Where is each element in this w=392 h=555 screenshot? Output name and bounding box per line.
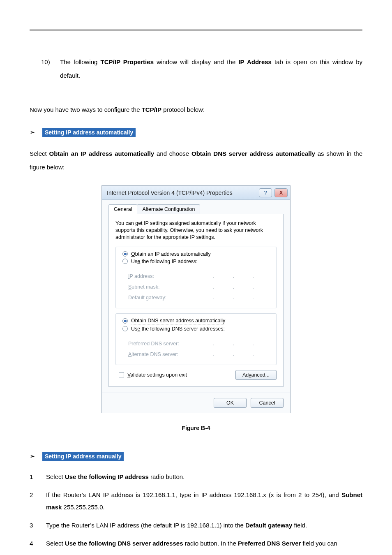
- heading-manual-row: ➢ Setting IP address manually: [30, 452, 362, 461]
- tab-alternate-configuration[interactable]: Alternate Configuration: [137, 204, 200, 214]
- step-text: If the Router's LAN IP address is 192.16…: [46, 489, 362, 513]
- label: Alternate DNS server:: [128, 352, 190, 357]
- step-number: 3: [30, 519, 37, 532]
- radio-icon: [122, 259, 128, 264]
- tab-general[interactable]: General: [108, 204, 137, 214]
- t1: Select: [46, 540, 63, 547]
- alternate-dns-input[interactable]: ...: [196, 350, 270, 359]
- field-preferred-dns: Preferred DNS server: ...: [128, 339, 270, 348]
- sel-pre: Select: [30, 150, 47, 157]
- radio-icon: [122, 251, 128, 257]
- b: Use the following IP address: [65, 473, 149, 480]
- step-text: Select Use the following IP address radi…: [46, 471, 362, 483]
- step-10-text: The following TCP/IP Properties window w…: [60, 55, 362, 82]
- radio-use-following-dns[interactable]: Use the following DNS server addresses:: [122, 326, 273, 332]
- t2: radio button.: [150, 473, 184, 480]
- radio-use-following-ip[interactable]: Use the following IP address:: [122, 259, 273, 264]
- field-subnet-mask: Subnet mask: ...: [128, 282, 270, 291]
- titlebar: Internet Protocol Version 4 (TCP/IPv4) P…: [102, 186, 290, 200]
- close-icon[interactable]: X: [274, 188, 288, 197]
- t1: If the Router's LAN IP address is 192.16…: [46, 491, 339, 498]
- heading-auto-row: ➢ Setting IP address automatically: [30, 128, 362, 137]
- dialog-tabs: General Alternate Configuration: [108, 204, 284, 214]
- sel-b1: Obtain an IP address automatically: [49, 150, 154, 157]
- t1: Us: [131, 326, 137, 332]
- radio-obtain-ip-auto[interactable]: Obtain an IP address automatically: [122, 251, 273, 257]
- manual-step-1: 1 Select Use the following IP address ra…: [30, 471, 362, 483]
- t1: Ad: [242, 372, 249, 378]
- help-icon[interactable]: ?: [259, 188, 272, 197]
- titlebar-buttons: ? X: [259, 188, 288, 197]
- tcpip-properties-dialog: Internet Protocol Version 4 (TCP/IPv4) P…: [101, 185, 291, 413]
- two-ways-bold: TCP/IP: [142, 106, 161, 113]
- txt: btain an IP address automatically: [135, 251, 211, 257]
- dns-group: Obtain DNS server address automatically …: [115, 313, 277, 333]
- manual-steps: 1 Select Use the following IP address ra…: [30, 471, 362, 550]
- t2: field.: [294, 522, 307, 529]
- tab-panel-general: You can get IP settings assigned automat…: [108, 214, 284, 387]
- sel-mid: and choose: [157, 150, 189, 157]
- step-number: 2: [30, 489, 37, 513]
- manual-step-2: 2 If the Router's LAN IP address is 192.…: [30, 489, 362, 513]
- radio-obtain-dns-auto[interactable]: Obtain DNS server address automatically: [122, 318, 273, 324]
- ul: D: [128, 295, 132, 301]
- t: lternate DNS server:: [131, 352, 178, 357]
- manual-step-4: 4 Select Use the following DNS server ad…: [30, 537, 362, 550]
- heading-auto: Setting IP address automatically: [42, 128, 136, 137]
- t2: radio button. In the: [185, 540, 236, 547]
- two-ways-paragraph: Now you have two ways to configure the T…: [30, 103, 362, 116]
- subnet-mask-input[interactable]: ...: [196, 282, 270, 291]
- radio-icon: [122, 326, 128, 331]
- step-10-number: 10): [41, 55, 56, 82]
- b: Default gateway: [245, 522, 292, 529]
- radio-label: Obtain an IP address automatically: [131, 251, 211, 257]
- field-default-gateway: Default gateway: ...: [128, 293, 270, 302]
- checkbox-icon: [119, 372, 124, 377]
- step-text: Select Use the following DNS server addr…: [46, 537, 362, 550]
- two-ways-pre: Now you have two ways to configure the: [30, 106, 140, 113]
- radio-icon: [122, 318, 128, 324]
- two-ways-post: protocol below:: [163, 106, 205, 113]
- label: Preferred DNS server:: [128, 341, 190, 347]
- t3: field you can: [303, 540, 337, 547]
- select-paragraph: Select Obtain an IP address automaticall…: [30, 147, 362, 174]
- arrow-icon: ➢: [30, 129, 35, 136]
- ok-button[interactable]: OK: [214, 398, 247, 408]
- default-gateway-input[interactable]: ...: [196, 293, 270, 302]
- checkbox-validate-on-exit[interactable]: Validate settings upon exit: [119, 372, 187, 378]
- label: Subnet mask:: [128, 284, 190, 290]
- radio-label: Use the following DNS server addresses:: [131, 326, 225, 332]
- checkbox-label: Validate settings upon exit: [127, 372, 187, 378]
- step-number: 1: [30, 471, 37, 483]
- ul: O: [131, 251, 135, 257]
- field-ip-address: IP address: ...: [128, 272, 270, 281]
- cancel-button[interactable]: Cancel: [251, 398, 284, 408]
- step-number: 4: [30, 537, 37, 550]
- step10-bold2: IP Address: [238, 58, 272, 65]
- t: P address:: [129, 273, 154, 279]
- step10-bold1: TCP/IP Properties: [101, 58, 154, 65]
- dialog-body: General Alternate Configuration You can …: [102, 200, 290, 393]
- b2: Preferred DNS Server: [238, 540, 301, 547]
- t: efault gateway:: [132, 295, 166, 301]
- figure-caption: Figure B-4: [30, 425, 362, 431]
- ip-fields: IP address: ... Subnet mask: ... Default…: [115, 266, 277, 308]
- t1: Select: [46, 473, 63, 480]
- ip-group: Obtain an IP address automatically Use t…: [115, 247, 277, 266]
- radio-label: Obtain DNS server address automatically: [131, 318, 225, 324]
- t1: O: [131, 318, 135, 324]
- t1: Type the Router’s LAN IP address (the de…: [46, 522, 244, 529]
- dialog-title: Internet Protocol Version 4 (TCP/IPv4) P…: [107, 190, 233, 196]
- ip-address-input[interactable]: ...: [196, 272, 270, 281]
- step10-mid: window will display and the: [157, 58, 235, 65]
- heading-manual: Setting IP address manually: [42, 452, 124, 461]
- t: ubnet mask:: [131, 284, 159, 290]
- preferred-dns-input[interactable]: ...: [196, 339, 270, 348]
- t2: the following IP address:: [140, 259, 197, 264]
- t2: the following DNS server addresses:: [140, 326, 225, 332]
- t2: 255.255.255.0.: [64, 504, 105, 511]
- t: alidate settings upon exit: [130, 372, 187, 378]
- ul: b: [135, 318, 138, 324]
- b1: Use the following DNS server addresses: [65, 540, 183, 547]
- advanced-button[interactable]: Advanced...: [235, 370, 277, 380]
